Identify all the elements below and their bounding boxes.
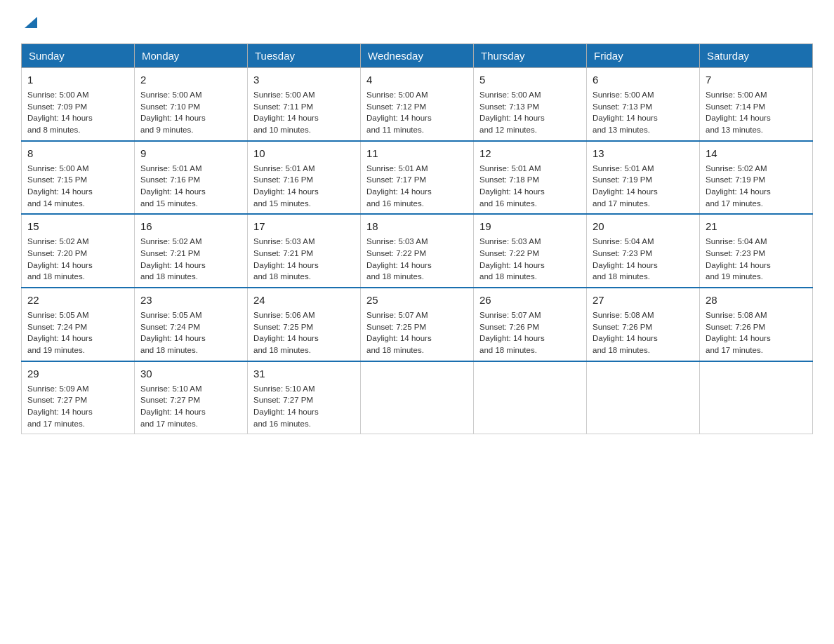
day-info: Sunrise: 5:03 AMSunset: 7:22 PMDaylight:…: [366, 236, 468, 283]
day-info: Sunrise: 5:01 AMSunset: 7:18 PMDaylight:…: [479, 163, 581, 210]
calendar-cell: 21 Sunrise: 5:04 AMSunset: 7:23 PMDaylig…: [700, 214, 813, 288]
day-info: Sunrise: 5:06 AMSunset: 7:25 PMDaylight:…: [253, 309, 355, 356]
day-number: 20: [593, 219, 694, 234]
day-number: 31: [253, 366, 355, 381]
calendar-cell: 20 Sunrise: 5:04 AMSunset: 7:23 PMDaylig…: [587, 214, 700, 288]
calendar-cell: 4 Sunrise: 5:00 AMSunset: 7:12 PMDayligh…: [361, 68, 474, 141]
logo-triangle-icon: [23, 14, 39, 29]
day-info: Sunrise: 5:01 AMSunset: 7:16 PMDaylight:…: [253, 163, 355, 210]
svg-marker-0: [25, 17, 37, 28]
weekday-header-thursday: Thursday: [474, 44, 587, 68]
day-info: Sunrise: 5:02 AMSunset: 7:19 PMDaylight:…: [706, 163, 807, 210]
day-number: 16: [140, 219, 241, 234]
day-info: Sunrise: 5:00 AMSunset: 7:15 PMDaylight:…: [27, 163, 128, 210]
day-info: Sunrise: 5:00 AMSunset: 7:10 PMDaylight:…: [140, 89, 241, 136]
day-number: 27: [593, 293, 694, 307]
day-number: 24: [253, 293, 355, 307]
calendar-cell: 22 Sunrise: 5:05 AMSunset: 7:24 PMDaylig…: [22, 288, 135, 361]
calendar-table: SundayMondayTuesdayWednesdayThursdayFrid…: [21, 43, 813, 434]
calendar-cell: 31 Sunrise: 5:10 AMSunset: 7:27 PMDaylig…: [248, 361, 361, 434]
day-number: 12: [479, 146, 581, 161]
calendar-cell: 2 Sunrise: 5:00 AMSunset: 7:10 PMDayligh…: [135, 68, 248, 141]
day-number: 22: [27, 293, 128, 307]
calendar-cell: 27 Sunrise: 5:08 AMSunset: 7:26 PMDaylig…: [587, 288, 700, 361]
day-number: 11: [366, 146, 468, 161]
day-number: 8: [27, 146, 128, 161]
day-number: 28: [706, 293, 807, 307]
day-number: 7: [706, 72, 807, 87]
day-info: Sunrise: 5:00 AMSunset: 7:13 PMDaylight:…: [479, 89, 581, 136]
day-number: 15: [27, 219, 128, 234]
calendar-cell: [474, 361, 587, 434]
day-info: Sunrise: 5:09 AMSunset: 7:27 PMDaylight:…: [27, 383, 128, 430]
day-info: Sunrise: 5:05 AMSunset: 7:24 PMDaylight:…: [140, 309, 241, 356]
day-info: Sunrise: 5:02 AMSunset: 7:21 PMDaylight:…: [140, 236, 241, 283]
day-info: Sunrise: 5:01 AMSunset: 7:16 PMDaylight:…: [140, 163, 241, 210]
calendar-week-row: 15 Sunrise: 5:02 AMSunset: 7:20 PMDaylig…: [22, 214, 813, 288]
day-number: 5: [479, 72, 581, 87]
weekday-header-friday: Friday: [587, 44, 700, 68]
day-info: Sunrise: 5:03 AMSunset: 7:21 PMDaylight:…: [253, 236, 355, 283]
day-number: 17: [253, 219, 355, 234]
calendar-cell: 10 Sunrise: 5:01 AMSunset: 7:16 PMDaylig…: [248, 141, 361, 215]
calendar-week-row: 22 Sunrise: 5:05 AMSunset: 7:24 PMDaylig…: [22, 288, 813, 361]
calendar-cell: 11 Sunrise: 5:01 AMSunset: 7:17 PMDaylig…: [361, 141, 474, 215]
day-number: 25: [366, 293, 468, 307]
calendar-cell: 6 Sunrise: 5:00 AMSunset: 7:13 PMDayligh…: [587, 68, 700, 141]
day-info: Sunrise: 5:10 AMSunset: 7:27 PMDaylight:…: [140, 383, 241, 430]
calendar-cell: [361, 361, 474, 434]
calendar-cell: 19 Sunrise: 5:03 AMSunset: 7:22 PMDaylig…: [474, 214, 587, 288]
calendar-cell: [700, 361, 813, 434]
day-info: Sunrise: 5:10 AMSunset: 7:27 PMDaylight:…: [253, 383, 355, 430]
calendar-cell: 30 Sunrise: 5:10 AMSunset: 7:27 PMDaylig…: [135, 361, 248, 434]
logo: [21, 14, 39, 29]
day-number: 18: [366, 219, 468, 234]
day-number: 4: [366, 72, 468, 87]
calendar-cell: 24 Sunrise: 5:06 AMSunset: 7:25 PMDaylig…: [248, 288, 361, 361]
calendar-cell: 9 Sunrise: 5:01 AMSunset: 7:16 PMDayligh…: [135, 141, 248, 215]
calendar-cell: 23 Sunrise: 5:05 AMSunset: 7:24 PMDaylig…: [135, 288, 248, 361]
day-info: Sunrise: 5:04 AMSunset: 7:23 PMDaylight:…: [593, 236, 694, 283]
day-info: Sunrise: 5:08 AMSunset: 7:26 PMDaylight:…: [593, 309, 694, 356]
day-info: Sunrise: 5:00 AMSunset: 7:13 PMDaylight:…: [593, 89, 694, 136]
calendar-week-row: 1 Sunrise: 5:00 AMSunset: 7:09 PMDayligh…: [22, 68, 813, 141]
calendar-cell: 28 Sunrise: 5:08 AMSunset: 7:26 PMDaylig…: [700, 288, 813, 361]
calendar-cell: 7 Sunrise: 5:00 AMSunset: 7:14 PMDayligh…: [700, 68, 813, 141]
calendar-cell: 18 Sunrise: 5:03 AMSunset: 7:22 PMDaylig…: [361, 214, 474, 288]
day-info: Sunrise: 5:03 AMSunset: 7:22 PMDaylight:…: [479, 236, 581, 283]
day-info: Sunrise: 5:01 AMSunset: 7:19 PMDaylight:…: [593, 163, 694, 210]
day-info: Sunrise: 5:00 AMSunset: 7:12 PMDaylight:…: [366, 89, 468, 136]
calendar-week-row: 29 Sunrise: 5:09 AMSunset: 7:27 PMDaylig…: [22, 361, 813, 434]
weekday-header-row: SundayMondayTuesdayWednesdayThursdayFrid…: [22, 44, 813, 68]
day-number: 3: [253, 72, 355, 87]
calendar-cell: [587, 361, 700, 434]
day-info: Sunrise: 5:04 AMSunset: 7:23 PMDaylight:…: [706, 236, 807, 283]
calendar-cell: 15 Sunrise: 5:02 AMSunset: 7:20 PMDaylig…: [22, 214, 135, 288]
weekday-header-wednesday: Wednesday: [361, 44, 474, 68]
day-info: Sunrise: 5:08 AMSunset: 7:26 PMDaylight:…: [706, 309, 807, 356]
day-number: 23: [140, 293, 241, 307]
day-number: 29: [27, 366, 128, 381]
day-number: 6: [593, 72, 694, 87]
weekday-header-sunday: Sunday: [22, 44, 135, 68]
day-number: 1: [27, 72, 128, 87]
day-info: Sunrise: 5:00 AMSunset: 7:14 PMDaylight:…: [706, 89, 807, 136]
day-info: Sunrise: 5:02 AMSunset: 7:20 PMDaylight:…: [27, 236, 128, 283]
day-number: 2: [140, 72, 241, 87]
day-info: Sunrise: 5:07 AMSunset: 7:26 PMDaylight:…: [479, 309, 581, 356]
day-number: 21: [706, 219, 807, 234]
day-number: 13: [593, 146, 694, 161]
calendar-cell: 13 Sunrise: 5:01 AMSunset: 7:19 PMDaylig…: [587, 141, 700, 215]
weekday-header-tuesday: Tuesday: [248, 44, 361, 68]
calendar-cell: 29 Sunrise: 5:09 AMSunset: 7:27 PMDaylig…: [22, 361, 135, 434]
day-number: 14: [706, 146, 807, 161]
calendar-week-row: 8 Sunrise: 5:00 AMSunset: 7:15 PMDayligh…: [22, 141, 813, 215]
calendar-cell: 14 Sunrise: 5:02 AMSunset: 7:19 PMDaylig…: [700, 141, 813, 215]
calendar-cell: 5 Sunrise: 5:00 AMSunset: 7:13 PMDayligh…: [474, 68, 587, 141]
calendar-cell: 25 Sunrise: 5:07 AMSunset: 7:25 PMDaylig…: [361, 288, 474, 361]
day-number: 9: [140, 146, 241, 161]
day-number: 19: [479, 219, 581, 234]
calendar-cell: 12 Sunrise: 5:01 AMSunset: 7:18 PMDaylig…: [474, 141, 587, 215]
calendar-cell: 1 Sunrise: 5:00 AMSunset: 7:09 PMDayligh…: [22, 68, 135, 141]
calendar-cell: 3 Sunrise: 5:00 AMSunset: 7:11 PMDayligh…: [248, 68, 361, 141]
